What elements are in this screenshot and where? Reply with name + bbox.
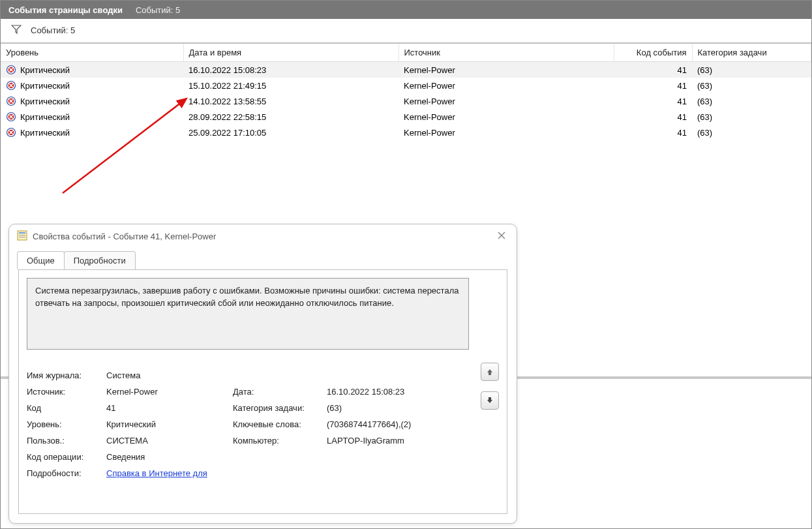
label-date: Дата: — [233, 387, 324, 397]
col-level[interactable]: Уровень — [1, 44, 183, 62]
col-event-id[interactable]: Код события — [614, 44, 692, 62]
window-titlebar: События страницы сводки Событий: 5 — [1, 1, 811, 19]
value-code: 41 — [106, 403, 230, 413]
cell-datetime: 14.10.2022 13:58:55 — [183, 93, 398, 109]
label-log-name: Имя журнала: — [27, 370, 104, 380]
table-row[interactable]: Критический15.10.2022 21:49:15Kernel-Pow… — [1, 78, 811, 93]
cell-source: Kernel-Power — [398, 78, 614, 93]
label-task-category: Категория задачи: — [233, 403, 324, 413]
window-title: События страницы сводки — [8, 5, 123, 15]
event-description: Система перезагрузилась, завершив работу… — [27, 278, 469, 350]
cell-task-category: (63) — [692, 125, 811, 140]
cell-task-category: (63) — [692, 62, 811, 78]
tab-body-general: Система перезагрузилась, завершив работу… — [18, 269, 507, 514]
table-row[interactable]: Критический28.09.2022 22:58:15Kernel-Pow… — [1, 109, 811, 125]
tab-details[interactable]: Подробности — [64, 251, 136, 269]
events-table: Уровень Дата и время Источник Код событи… — [1, 44, 811, 140]
table-row[interactable]: Критический14.10.2022 13:58:55Kernel-Pow… — [1, 93, 811, 109]
cell-event-id: 41 — [614, 125, 692, 140]
dialog-title: Свойства событий - Событие 41, Kernel-Po… — [33, 232, 216, 241]
filter-icon[interactable] — [11, 24, 22, 37]
tab-general[interactable]: Общие — [17, 251, 65, 269]
value-user: СИСТЕМА — [106, 436, 230, 446]
cell-task-category: (63) — [692, 93, 811, 109]
cell-datetime: 15.10.2022 21:49:15 — [183, 78, 398, 93]
critical-error-icon — [6, 127, 16, 138]
cell-source: Kernel-Power — [398, 93, 614, 109]
value-task-category: (63) — [327, 403, 457, 413]
cell-level: Критический — [20, 65, 70, 75]
cell-task-category: (63) — [692, 109, 811, 125]
table-row[interactable]: Критический16.10.2022 15:08:23Kernel-Pow… — [1, 62, 811, 78]
value-log-name: Система — [106, 370, 230, 380]
value-level: Критический — [106, 419, 230, 429]
cell-datetime: 16.10.2022 15:08:23 — [183, 62, 398, 78]
critical-error-icon — [6, 65, 16, 75]
cell-source: Kernel-Power — [398, 62, 614, 78]
value-keywords: (70368744177664),(2) — [327, 419, 457, 429]
critical-error-icon — [6, 96, 16, 106]
event-count-filter: Событий: 5 — [31, 25, 75, 35]
label-source: Источник: — [27, 387, 104, 397]
label-keywords: Ключевые слова: — [233, 419, 324, 429]
dialog-close-button[interactable] — [494, 230, 509, 243]
critical-error-icon — [6, 112, 16, 122]
next-event-button[interactable] — [481, 391, 499, 410]
cell-event-id: 41 — [614, 62, 692, 78]
prev-event-button[interactable] — [481, 363, 499, 381]
cell-level: Критический — [20, 81, 70, 91]
col-task-category[interactable]: Категория задачи — [692, 44, 811, 62]
dialog-icon — [17, 230, 27, 243]
label-user: Пользов.: — [27, 436, 104, 446]
event-details-grid: Имя журнала: Система Источник: Kernel-Po… — [27, 370, 499, 478]
dialog-tabs: Общие Подробности — [9, 246, 517, 269]
critical-error-icon — [6, 80, 16, 91]
value-computer: LAPTOP-IlyaGramm — [327, 436, 457, 446]
cell-datetime: 28.09.2022 22:58:15 — [183, 109, 398, 125]
cell-source: Kernel-Power — [398, 125, 614, 140]
svg-rect-24 — [19, 235, 25, 235]
label-level: Уровень: — [27, 419, 104, 429]
col-datetime[interactable]: Дата и время — [183, 44, 398, 62]
cell-event-id: 41 — [614, 109, 692, 125]
label-moreinfo: Подробности: — [27, 468, 104, 478]
cell-level: Критический — [20, 112, 70, 122]
cell-level: Критический — [20, 97, 70, 106]
label-computer: Компьютер: — [233, 436, 324, 446]
cell-task-category: (63) — [692, 78, 811, 93]
label-opcode: Код операции: — [27, 452, 104, 462]
col-source[interactable]: Источник — [398, 44, 614, 62]
label-code: Код — [27, 403, 104, 413]
filter-bar: Событий: 5 — [1, 19, 811, 42]
table-row[interactable]: Критический25.09.2022 17:10:05Kernel-Pow… — [1, 125, 811, 140]
event-count-header: Событий: 5 — [136, 5, 180, 15]
value-date: 16.10.2022 15:08:23 — [327, 387, 457, 397]
cell-event-id: 41 — [614, 78, 692, 93]
cell-source: Kernel-Power — [398, 109, 614, 125]
link-online-help[interactable]: Справка в Интернете для — [106, 468, 207, 478]
cell-event-id: 41 — [614, 93, 692, 109]
cell-datetime: 25.09.2022 17:10:05 — [183, 125, 398, 140]
svg-rect-25 — [19, 237, 25, 237]
value-source: Kernel-Power — [106, 387, 230, 397]
svg-rect-23 — [19, 232, 25, 234]
event-properties-dialog: Свойства событий - Событие 41, Kernel-Po… — [8, 224, 517, 524]
value-opcode: Сведения — [106, 452, 230, 462]
cell-level: Критический — [20, 128, 70, 138]
